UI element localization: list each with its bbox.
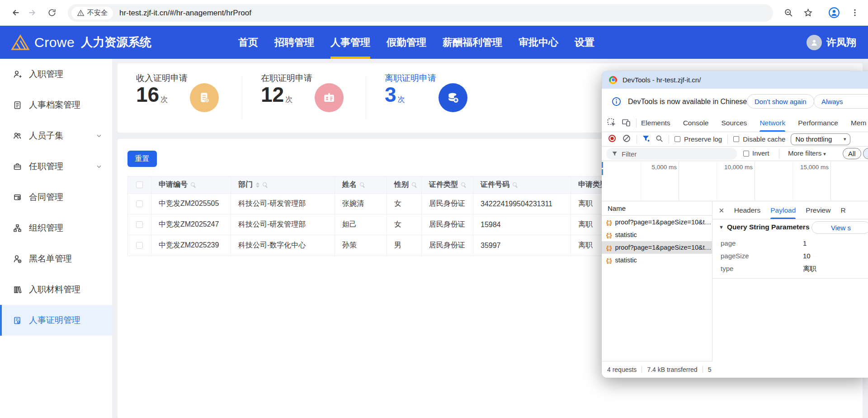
tab-headers[interactable]: Headers	[734, 201, 761, 219]
sidebar-item-onboarding-materials[interactable]: 入职材料管理	[0, 274, 112, 305]
tab-elements[interactable]: Elements	[641, 114, 670, 132]
reload-icon[interactable]	[45, 6, 59, 19]
search-icon[interactable]	[360, 182, 365, 188]
cell-id-type: 居民身份证	[422, 235, 473, 256]
bookmark-star-icon[interactable]	[801, 6, 815, 19]
preserve-log-checkbox[interactable]	[675, 136, 680, 142]
tab-performance[interactable]: Performance	[798, 114, 838, 132]
stat-value: 16次	[136, 82, 168, 107]
header-cell[interactable]: 性别	[387, 176, 422, 194]
filter-chip-all[interactable]: All	[843, 148, 861, 159]
sidebar-item-blacklist[interactable]: 黑名单管理	[0, 243, 112, 274]
sidebar-item-personnel-files[interactable]: 人事档案管理	[0, 90, 112, 120]
url-bar[interactable]: 不安全 hr-test.zjf-it.cn/#/hr-anagement/hrP…	[68, 4, 773, 22]
stat-card-income: 收入证明申请 16次	[118, 63, 241, 133]
user-box[interactable]: 许凤翔	[807, 26, 856, 59]
record-icon[interactable]	[608, 134, 616, 144]
gridline	[679, 161, 679, 201]
search-icon[interactable]	[263, 182, 268, 188]
nav-approval[interactable]: 审批中心	[519, 26, 558, 59]
param-row: pageSize 10	[712, 250, 868, 262]
reset-button[interactable]: 重置	[127, 151, 157, 167]
nav-recruit[interactable]: 招聘管理	[274, 26, 314, 59]
tab-preview[interactable]: Preview	[806, 201, 830, 219]
search-icon[interactable]	[461, 182, 467, 188]
filter-funnel-icon[interactable]	[642, 134, 650, 144]
forward-icon[interactable]	[26, 6, 40, 19]
profile-icon[interactable]	[827, 6, 841, 19]
request-row[interactable]: {;} statistic	[602, 228, 712, 241]
row-checkbox[interactable]	[136, 221, 143, 228]
request-row[interactable]: {;} proof?page=1&pageSize=10&t…	[602, 216, 712, 228]
nav-payroll[interactable]: 薪酬福利管理	[443, 26, 502, 59]
requests-panel: Name {;} proof?page=1&pageSize=10&t… {;}…	[602, 201, 712, 378]
gridline	[793, 161, 793, 201]
search-icon[interactable]	[412, 182, 417, 188]
url-text[interactable]: hr-test.zjf-it.cn/#/hr-anagement/hrProof	[119, 9, 251, 18]
zoom-out-icon[interactable]	[782, 6, 795, 19]
device-toolbar-icon[interactable]	[622, 118, 631, 128]
menu-dots-icon[interactable]	[848, 6, 862, 19]
devtools-window: DevTools - hr-test.zjf-it.cn/ DevTools i…	[602, 71, 868, 378]
row-checkbox[interactable]	[136, 200, 143, 207]
requests-count: 4 requests	[607, 366, 637, 373]
tab-response[interactable]: R	[840, 201, 845, 219]
inspect-icon[interactable]	[607, 118, 616, 128]
sidebar-item-contract[interactable]: 合同管理	[0, 182, 112, 213]
nav-attendance[interactable]: 假勤管理	[387, 26, 426, 59]
tab-console[interactable]: Console	[683, 114, 709, 132]
search-icon[interactable]	[656, 135, 663, 144]
sidebar-item-position[interactable]: 任职管理	[0, 151, 112, 182]
divider	[642, 366, 642, 373]
nav-home[interactable]: 首页	[238, 26, 258, 59]
sidebar-item-label: 人员子集	[29, 130, 63, 142]
select-all-checkbox[interactable]	[136, 181, 143, 188]
tab-network[interactable]: Network	[760, 114, 785, 132]
always-button[interactable]: Always	[814, 94, 868, 109]
sort-icon[interactable]	[256, 182, 259, 188]
param-key: type	[721, 265, 733, 272]
sidebar-item-organization[interactable]: 组织管理	[0, 213, 112, 243]
nav-hr[interactable]: 人事管理	[330, 26, 370, 59]
info-icon	[612, 97, 621, 106]
close-icon[interactable]: ×	[719, 206, 724, 215]
clear-icon[interactable]	[623, 134, 631, 144]
dont-show-again-button[interactable]: Don't show again	[747, 94, 814, 109]
invert-checkbox[interactable]	[743, 151, 749, 157]
header-cell[interactable]: 申请编号	[151, 176, 231, 194]
security-chip[interactable]: 不安全	[71, 7, 113, 19]
filter-input[interactable]: Filter	[606, 148, 737, 160]
requests-name-header[interactable]: Name	[602, 201, 712, 216]
resources-size: 5	[708, 366, 712, 373]
header-cell[interactable]: 证件号码	[473, 176, 571, 194]
more-filters-button[interactable]: More filters ▾	[788, 149, 826, 157]
query-string-section-header[interactable]: ▼ Query String Parameters	[719, 223, 810, 231]
json-icon: {;}	[606, 257, 611, 264]
search-icon[interactable]	[513, 182, 518, 188]
header-cell[interactable]: 证件类型	[422, 176, 473, 194]
network-timeline[interactable]: 5,000 ms 10,000 ms 15,000 ms	[602, 161, 868, 201]
filter-chip-partial[interactable]	[863, 148, 868, 159]
throttling-select[interactable]: No throttling▾	[791, 133, 850, 145]
row-checkbox[interactable]	[136, 242, 143, 249]
devtools-titlebar[interactable]: DevTools - hr-test.zjf-it.cn/	[602, 71, 868, 89]
tab-payload[interactable]: Payload	[770, 201, 796, 219]
sidebar-item-hr-certificate[interactable]: 人事证明管理	[0, 305, 112, 336]
back-icon[interactable]	[8, 6, 22, 19]
disable-cache-checkbox[interactable]	[733, 136, 739, 142]
search-icon[interactable]	[191, 182, 196, 188]
tab-sources[interactable]: Sources	[722, 114, 747, 132]
sidebar-item-label: 任职管理	[29, 161, 63, 172]
sidebar-item-person-subset[interactable]: 人员子集	[0, 120, 112, 151]
nav-settings[interactable]: 设置	[575, 26, 594, 59]
tab-memory[interactable]: Mem	[851, 114, 866, 132]
request-row[interactable]: {;} statistic	[602, 254, 712, 266]
filter-placeholder: Filter	[622, 150, 637, 158]
header-cell[interactable]: 部门	[231, 176, 335, 194]
person-add-icon	[13, 70, 22, 79]
request-row-selected[interactable]: {;} proof?page=1&pageSize=10&t…	[602, 241, 712, 254]
view-source-button[interactable]: View s	[811, 221, 868, 234]
gridline	[641, 161, 641, 201]
sidebar-item-onboarding[interactable]: 入职管理	[0, 59, 112, 90]
header-cell[interactable]: 姓名	[335, 176, 387, 194]
